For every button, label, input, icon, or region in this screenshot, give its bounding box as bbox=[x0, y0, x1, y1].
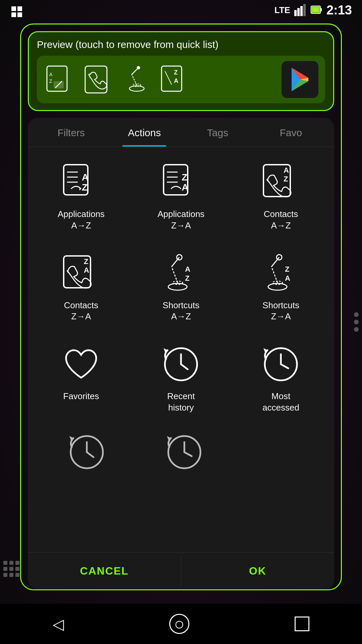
grid-item-apps-za[interactable]: Z A ApplicationsZ→A bbox=[134, 154, 228, 238]
grid-item-shortcuts-az[interactable]: A Z ShortcutsA→Z bbox=[134, 245, 228, 329]
icon-shortcuts-az: A Z bbox=[159, 252, 203, 295]
svg-rect-2 bbox=[11, 12, 16, 17]
signal-icon bbox=[294, 4, 306, 16]
svg-rect-4 bbox=[294, 10, 297, 16]
svg-text:Z: Z bbox=[285, 265, 289, 273]
icon-extra2 bbox=[163, 430, 206, 474]
icon-apps-za: Z A bbox=[159, 160, 203, 204]
tab-actions[interactable]: Actions bbox=[108, 118, 181, 147]
grid-item-contacts-za[interactable]: Z A ContactsZ→A bbox=[35, 245, 128, 329]
preview-section[interactable]: Preview (touch to remove from quick list… bbox=[28, 31, 334, 111]
preview-title: Preview (touch to remove from quick list… bbox=[37, 39, 325, 50]
sidebar-dots bbox=[354, 312, 359, 332]
grid-item-shortcuts-za[interactable]: Z A ShortcutsZ→A bbox=[234, 245, 327, 329]
svg-text:A: A bbox=[82, 172, 88, 182]
svg-text:A: A bbox=[84, 266, 89, 274]
svg-line-46 bbox=[172, 257, 179, 267]
label-apps-za: ApplicationsZ→A bbox=[158, 209, 204, 231]
ok-button[interactable]: OK bbox=[181, 553, 335, 589]
label-contacts-za: ContactsZ→A bbox=[64, 300, 99, 323]
svg-line-53 bbox=[272, 257, 279, 267]
time-display: 2:13 bbox=[326, 3, 352, 17]
svg-text:Z: Z bbox=[284, 175, 288, 183]
notification-icon bbox=[10, 5, 23, 20]
preview-icons-row: A Z bbox=[37, 56, 325, 103]
tab-tags[interactable]: Tags bbox=[181, 118, 254, 147]
bottom-buttons: CANCEL OK bbox=[28, 552, 334, 589]
partial-row bbox=[35, 424, 327, 492]
label-recent-history: Recenthistory bbox=[167, 391, 195, 414]
icon-most-accessed bbox=[259, 342, 303, 386]
svg-rect-7 bbox=[303, 4, 306, 16]
label-shortcuts-za: ShortcutsZ→A bbox=[262, 300, 299, 323]
status-icons: LTE ⚡ 2:13 bbox=[275, 3, 352, 17]
tab-bar: Filters Actions Tags Favo bbox=[28, 118, 334, 147]
battery-icon: ⚡ bbox=[310, 4, 322, 16]
label-shortcuts-az: ShortcutsA→Z bbox=[163, 300, 199, 323]
icon-contacts-az: A Z bbox=[259, 160, 303, 204]
icon-extra1 bbox=[65, 430, 109, 474]
status-bar: LTE ⚡ 2:13 bbox=[0, 0, 362, 20]
preview-icon-playstore[interactable] bbox=[282, 61, 318, 98]
grid-item-contacts-az[interactable]: A Z ContactsA→Z bbox=[234, 154, 327, 238]
svg-text:A: A bbox=[285, 274, 290, 282]
svg-rect-3 bbox=[17, 12, 22, 17]
recents-button[interactable] bbox=[295, 616, 309, 631]
lte-icon: LTE bbox=[275, 5, 290, 15]
preview-icon-shortcuts[interactable] bbox=[120, 63, 154, 96]
grid-item-extra2[interactable] bbox=[139, 424, 230, 485]
home-button[interactable]: ○ bbox=[169, 614, 189, 634]
svg-text:A: A bbox=[182, 182, 188, 193]
tab-favo[interactable]: Favo bbox=[254, 118, 328, 147]
svg-text:Z: Z bbox=[82, 182, 87, 193]
svg-line-45 bbox=[172, 267, 178, 283]
svg-text:A: A bbox=[174, 77, 178, 84]
icon-contacts-za: Z A bbox=[59, 252, 103, 295]
actions-grid: A Z ApplicationsA→Z bbox=[35, 154, 327, 420]
svg-rect-5 bbox=[297, 8, 300, 16]
label-favorites: Favorites bbox=[63, 391, 99, 402]
tab-section: Filters Actions Tags Favo A Z bbox=[28, 118, 334, 589]
grid-item-apps-az[interactable]: A Z ApplicationsA→Z bbox=[35, 154, 128, 238]
svg-point-43 bbox=[168, 283, 187, 290]
svg-rect-0 bbox=[11, 6, 16, 11]
left-dots bbox=[3, 561, 19, 577]
svg-text:Z: Z bbox=[182, 172, 187, 182]
svg-text:A: A bbox=[284, 166, 289, 174]
svg-rect-9 bbox=[320, 8, 322, 11]
cancel-button[interactable]: CANCEL bbox=[28, 553, 181, 589]
grid-item-favorites[interactable]: Favorites bbox=[35, 336, 128, 420]
preview-icon-apps-az[interactable]: A Z bbox=[44, 63, 77, 96]
grid-item-most-accessed[interactable]: Mostaccessed bbox=[234, 336, 327, 420]
svg-rect-22 bbox=[162, 66, 182, 91]
grid-item-extra1[interactable] bbox=[41, 424, 132, 485]
nav-bar: ◁ ○ bbox=[0, 604, 362, 644]
main-dialog: Preview (touch to remove from quick list… bbox=[20, 23, 342, 590]
tab-filters[interactable]: Filters bbox=[35, 118, 108, 147]
svg-text:Z: Z bbox=[49, 78, 52, 84]
icon-apps-az: A Z bbox=[59, 160, 103, 204]
grid-item-recent-history[interactable]: Recenthistory bbox=[134, 336, 228, 420]
label-apps-az: ApplicationsA→Z bbox=[58, 209, 105, 231]
svg-text:⚡: ⚡ bbox=[313, 7, 319, 13]
svg-text:Z: Z bbox=[174, 69, 178, 76]
back-button[interactable]: ◁ bbox=[53, 615, 64, 633]
icon-favorites bbox=[59, 342, 103, 386]
label-contacts-az: ContactsA→Z bbox=[264, 209, 298, 231]
svg-text:A: A bbox=[185, 265, 190, 273]
svg-point-21 bbox=[137, 66, 140, 69]
preview-icon-apps-za[interactable]: Z A bbox=[158, 63, 192, 96]
svg-text:A: A bbox=[49, 72, 53, 77]
svg-rect-1 bbox=[17, 6, 22, 11]
grid-content: A Z ApplicationsA→Z bbox=[28, 147, 334, 552]
svg-line-52 bbox=[272, 267, 278, 283]
svg-point-17 bbox=[129, 86, 144, 91]
icon-shortcuts-za: Z A bbox=[259, 252, 303, 295]
svg-point-50 bbox=[268, 283, 287, 290]
icon-recent-history bbox=[159, 342, 203, 386]
svg-text:Z: Z bbox=[84, 257, 88, 266]
svg-text:Z: Z bbox=[185, 274, 189, 282]
label-most-accessed: Mostaccessed bbox=[262, 391, 299, 414]
preview-icon-contacts[interactable] bbox=[82, 63, 115, 96]
svg-rect-6 bbox=[300, 6, 303, 16]
